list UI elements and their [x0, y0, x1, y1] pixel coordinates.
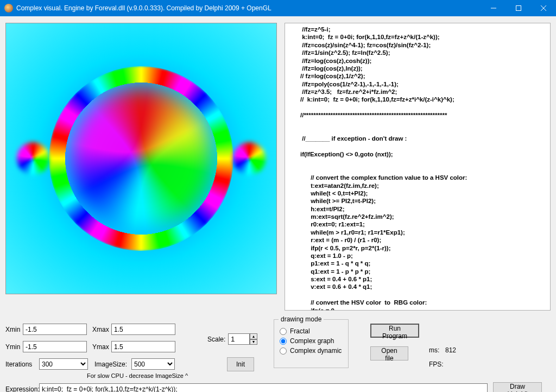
ymin-label: Ymin [5, 343, 20, 351]
titlebar: Complex visual. Engine by Foreval.dll (v… [0, 0, 556, 16]
imagesize-select[interactable]: 500 [131, 358, 175, 370]
draw-button[interactable]: Draw (delphi) [493, 382, 542, 392]
window-title: Complex visual. Engine by Foreval.dll (v… [16, 4, 481, 12]
iterations-label: Iterations [5, 361, 32, 368]
xmin-input[interactable] [23, 324, 87, 335]
xmax-label: Xmax [92, 326, 109, 333]
radio-complex-dynamic[interactable]: Complex dynamic [280, 347, 343, 355]
ymax-label: Ymax [92, 343, 109, 351]
code-editor[interactable]: //fz=z^5-i; k:int=0; fz = 0+0i; for(k,1,… [285, 23, 551, 311]
init-button[interactable]: Init [227, 357, 254, 371]
xmin-label: Xmin [5, 326, 20, 333]
radio-fractal[interactable]: Fractal [280, 327, 343, 335]
scale-down-icon[interactable]: ▼ [250, 339, 257, 345]
imagesize-label: ImageSize: [94, 361, 127, 368]
run-program-button[interactable]: Run Program [370, 324, 419, 338]
radio-complex-graph[interactable]: Complex graph [280, 337, 343, 345]
maximize-button[interactable] [506, 0, 531, 16]
client-area: //fz=z^5-i; k:int=0; fz = 0+0i; for(k,1,… [0, 16, 556, 392]
hint-label: For slow CPU - decrease ImageSize ^ [87, 372, 188, 379]
scale-input[interactable] [228, 333, 250, 345]
scale-up-icon[interactable]: ▲ [250, 333, 257, 339]
expression-label: Expression: [5, 385, 40, 392]
xmax-input[interactable] [111, 324, 175, 335]
scale-label: Scale: [207, 336, 225, 343]
controls-panel: Xmin Xmax Ymin Ymax Iterations 300 Image… [5, 319, 551, 392]
scale-spinner[interactable]: ▲ ▼ [228, 333, 257, 345]
minimize-button[interactable] [481, 0, 506, 16]
app-icon [4, 4, 13, 12]
drawing-mode-legend: drawing mode [279, 315, 324, 323]
expression-input[interactable] [39, 383, 488, 392]
ms-label: ms: [429, 346, 439, 354]
svg-rect-1 [516, 6, 521, 11]
ymin-input[interactable] [23, 341, 87, 352]
open-file-button[interactable]: Open file [370, 346, 408, 361]
render-canvas [5, 23, 277, 294]
drawing-mode-group: drawing mode Fractal Complex graph Compl… [274, 319, 349, 368]
fps-label: FPS: [429, 361, 444, 368]
close-button[interactable] [531, 0, 556, 16]
ymax-input[interactable] [111, 341, 175, 352]
ms-value: 812 [445, 346, 456, 354]
iterations-select[interactable]: 300 [39, 358, 88, 370]
